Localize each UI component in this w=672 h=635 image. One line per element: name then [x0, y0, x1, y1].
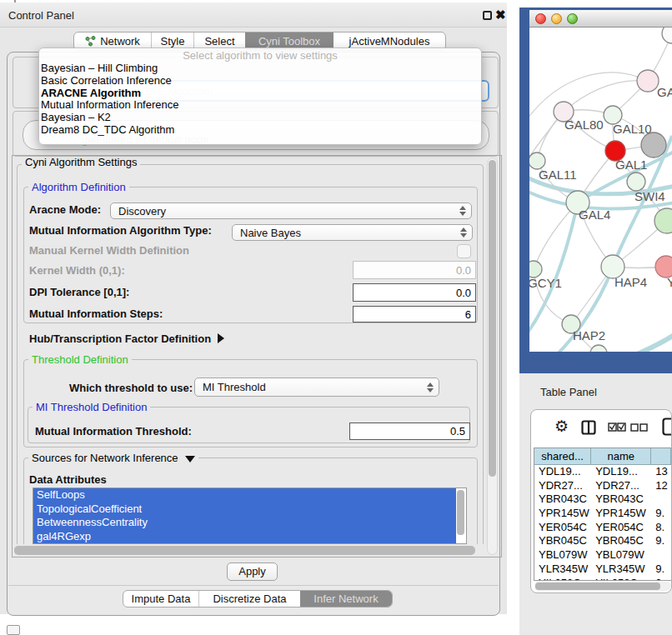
table-horizontal-scrollbar[interactable]	[534, 582, 671, 591]
aracne-mode-label: Aracne Mode:	[29, 203, 101, 216]
table-panel-title: Table Panel	[540, 386, 597, 398]
algorithm-dropdown: Select algorithm to view settings Bayesi…	[38, 48, 482, 145]
table-row[interactable]: YPR145WYPR145W9.	[534, 507, 671, 521]
node-label: HAP4	[614, 275, 647, 289]
control-panel-window: Control Panel ✖ NetworkStyleSelectCyni T…	[0, 2, 507, 614]
node-label: GAL11	[539, 168, 577, 182]
table-row[interactable]: YBR045CYBR045C9.	[534, 534, 671, 548]
close-icon[interactable]: ✖	[495, 8, 506, 22]
node-label: Y	[667, 275, 672, 289]
settings-vertical-scrollbar[interactable]	[487, 158, 498, 555]
table-header: shared...name	[534, 448, 671, 465]
table-row[interactable]: YDR27...YDR27...12	[534, 479, 671, 493]
hub-definition-label[interactable]: Hub/Transcription Factor Definition	[29, 332, 224, 345]
mi-type-label: Mutual Information Algorithm Type:	[29, 224, 212, 237]
stepper-arrows-icon	[426, 382, 433, 392]
tab-impute-data[interactable]: Impute Data	[123, 591, 198, 607]
dropdown-item[interactable]: Bayesian – Hill Climbing	[39, 62, 481, 75]
attribute-item[interactable]: SelfLoops	[33, 488, 456, 502]
kernel-width-label: Kernel Width (0,1):	[29, 264, 125, 277]
mi-threshold-definition-title: MI Threshold Definition	[33, 402, 150, 412]
table-panel: ⚙ shared...name YDL19...YDL19...13YDR27.…	[530, 409, 672, 593]
float-window-icon[interactable]	[483, 11, 492, 20]
data-attributes-list[interactable]: SelfLoopsTopologicalCoefficientBetweenne…	[33, 488, 467, 544]
minimize-traffic-light[interactable]	[551, 13, 562, 24]
attribute-item[interactable]: TopologicalCoefficient	[33, 502, 456, 517]
table-row[interactable]: YBR043CYBR043C	[534, 492, 671, 507]
control-panel-titlebar: Control Panel ✖	[0, 2, 507, 28]
dropdown-placeholder: Select algorithm to view settings	[39, 48, 481, 62]
network-node[interactable]	[590, 345, 607, 352]
table-row[interactable]: YBL079WYBL079W	[534, 548, 671, 562]
table-row[interactable]: YER054CYER054C8.	[534, 521, 671, 535]
network-window: GALGAL80GAL10GAL1GAL11SWI4GAL4GCY1HAP4YH…	[529, 10, 672, 352]
settings-content: Cyni Algorithm Settings Algorithm Defini…	[13, 156, 488, 544]
network-node[interactable]	[627, 172, 645, 191]
table-toolbar: ⚙	[531, 410, 671, 447]
checked-columns-icon[interactable]	[608, 422, 626, 432]
network-node[interactable]	[641, 132, 666, 158]
apply-button[interactable]: Apply	[227, 562, 278, 581]
expand-right-icon	[218, 333, 224, 343]
node-label: GCY1	[529, 276, 562, 290]
node-table: shared...name YDL19...YDL19...13YDR27...…	[534, 448, 672, 581]
threshold-definition-title: Threshold Definition	[28, 354, 132, 365]
dropdown-item[interactable]: Bayesian – K2	[39, 112, 481, 124]
mi-steps-field[interactable]: 6	[353, 306, 476, 322]
network-node[interactable]	[529, 152, 545, 169]
node-label: GAL80	[564, 118, 604, 132]
column-header[interactable]	[651, 448, 671, 464]
table-row[interactable]: YIL052CYIL052C0.	[534, 577, 671, 582]
gear-icon[interactable]: ⚙	[554, 417, 569, 436]
zoom-traffic-light[interactable]	[567, 13, 578, 24]
dropdown-item[interactable]: Mutual Information Inference	[39, 99, 481, 112]
node-label: GAL	[657, 85, 672, 99]
mi-threshold-label: Mutual Information Threshold:	[35, 425, 192, 438]
data-attributes-label: Data Attributes	[29, 473, 107, 486]
network-canvas[interactable]: GALGAL80GAL10GAL1GAL11SWI4GAL4GCY1HAP4YH…	[529, 28, 672, 352]
which-threshold-combo[interactable]: MI Threshold	[194, 378, 439, 397]
file-icon[interactable]	[662, 418, 672, 436]
column-header[interactable]: name	[591, 448, 651, 464]
mi-type-combo[interactable]: Naive Bayes	[232, 224, 473, 241]
settings-horizontal-scrollbar[interactable]	[13, 546, 499, 555]
table-row[interactable]: YDL19...YDL19...13	[534, 465, 671, 479]
table-row[interactable]: YLR345WYLR345W9.	[534, 562, 671, 577]
table-panel-section: Table Panel ⚙ shared...name YDL19...YDL1…	[519, 373, 672, 635]
dropdown-item[interactable]: Dream8 DC_TDC Algorithm	[39, 124, 481, 137]
settings-scrollpane: Cyni Algorithm Settings Algorithm Defini…	[12, 155, 502, 558]
window-grip-icon[interactable]	[7, 625, 20, 635]
node-label: GAL1	[615, 158, 647, 172]
columns-icon[interactable]	[581, 420, 596, 435]
node-label: HAP2	[573, 328, 605, 342]
close-traffic-light[interactable]	[535, 13, 546, 24]
attribute-item[interactable]: BetweennessCentrality	[33, 516, 456, 530]
control-panel-title: Control Panel	[8, 9, 74, 22]
expand-down-icon	[185, 456, 195, 462]
aracne-mode-combo[interactable]: Discovery	[110, 202, 472, 219]
network-node[interactable]	[662, 28, 672, 43]
mi-threshold-field[interactable]: 0.5	[349, 422, 470, 440]
dpi-label: DPI Tolerance [0,1]:	[29, 286, 129, 298]
network-window-titlebar	[529, 10, 672, 28]
divider	[8, 585, 499, 586]
node-label: GAL4	[579, 208, 610, 222]
tab-infer-network[interactable]: Infer Network	[300, 591, 392, 607]
manual-kernel-checkbox[interactable]	[457, 244, 471, 258]
network-node[interactable]	[637, 70, 659, 92]
sources-title[interactable]: Sources for Network Inference	[28, 452, 198, 463]
cyni-algorithm-settings-title: Cyni Algorithm Settings	[22, 157, 140, 168]
which-threshold-label: Which threshold to use:	[69, 382, 193, 394]
unchecked-columns-icon[interactable]	[630, 423, 649, 433]
algorithm-definition-title: Algorithm Definition	[28, 182, 129, 192]
dpi-field[interactable]: 0.0	[353, 283, 476, 302]
dropdown-item[interactable]: Basic Correlation Inference	[39, 75, 481, 88]
list-scrollbar[interactable]	[456, 490, 465, 542]
column-header[interactable]: shared...	[534, 448, 591, 464]
network-node[interactable]	[529, 261, 542, 278]
tab-discretize-data[interactable]: Discretize Data	[198, 591, 300, 607]
attribute-item[interactable]: gal4RGexp	[33, 530, 456, 544]
bottom-tabs: Impute DataDiscretize DataInfer Network	[123, 590, 393, 608]
dropdown-item[interactable]: ARACNE Algorithm	[39, 88, 481, 100]
kernel-width-field[interactable]: 0.0	[353, 261, 476, 279]
